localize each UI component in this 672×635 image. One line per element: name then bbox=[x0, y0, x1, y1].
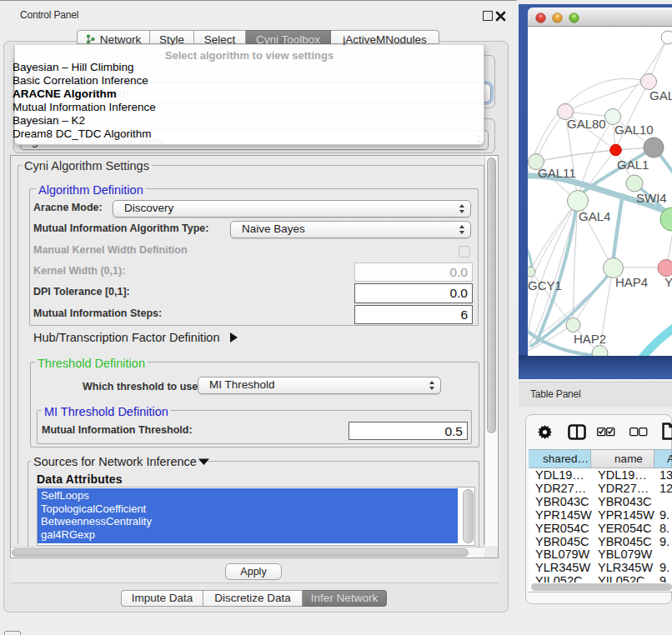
svg-text:YM: YM bbox=[664, 275, 672, 289]
svg-text:GAL1: GAL1 bbox=[617, 158, 649, 172]
svg-text:GAL4: GAL4 bbox=[579, 209, 610, 223]
svg-text:GCY1: GCY1 bbox=[528, 278, 562, 292]
svg-text:GAL11: GAL11 bbox=[538, 166, 576, 180]
svg-text:GAL2: GAL2 bbox=[649, 88, 672, 102]
svg-text:HAP4: HAP4 bbox=[615, 275, 648, 289]
svg-text:GAL80: GAL80 bbox=[567, 117, 606, 131]
svg-text:GAL10: GAL10 bbox=[614, 122, 654, 137]
svg-text:SWI4: SWI4 bbox=[636, 191, 667, 205]
svg-text:HAP2: HAP2 bbox=[574, 332, 606, 346]
